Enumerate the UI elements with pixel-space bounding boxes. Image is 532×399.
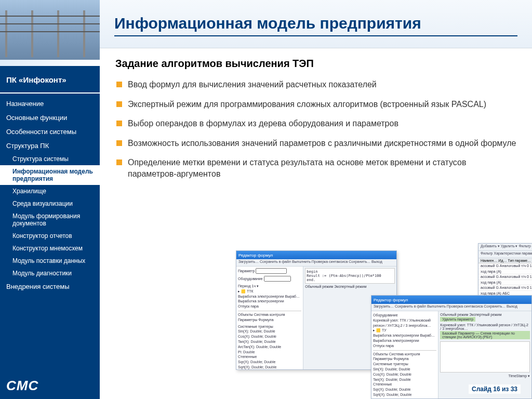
shot-filter: Фильтр Характеристики параме… (478, 251, 532, 258)
nav-subitem-active[interactable]: Информационная модель предприятия (0, 165, 100, 185)
product-title: ПК «Инфоконт» (0, 66, 100, 92)
content: Задание алгоритмов вычисления ТЭП Ввод ф… (100, 48, 532, 188)
page-title: Информационная модель предприятия (114, 15, 517, 32)
nav-item[interactable]: Внедрения системы (0, 280, 100, 294)
table-row: ассовый G Аналоговый т/ч 0 100 2 нитка К… (478, 274, 532, 280)
shot-panel: begin Result := (Ptm-Abs(Pnmcp))/Ptm*100… (303, 267, 396, 369)
shot-titlebar: Редактор формул (236, 251, 396, 259)
table-row: ход пара (A) (478, 280, 532, 285)
title-bar: Информационная модель предприятия (100, 0, 532, 48)
nav-subitem[interactable]: Модуль диагностики (0, 267, 100, 280)
table-header: Наимен… Ид… Тип параме… Ед… Мин… Макс… О… (478, 258, 532, 263)
nav-item[interactable]: Основные функции (0, 111, 100, 125)
table-row: ассовый G Аналоговый т/ч 0 100 Перегреты… (478, 296, 532, 301)
nav-item[interactable]: Структура ПК (0, 139, 100, 153)
nav-item[interactable]: Назначение (0, 97, 100, 111)
nav-subitem[interactable]: Среда визуализации (0, 197, 100, 210)
shot-toolbar: Загрузить… Сохранить в файл Выполнить Пр… (236, 259, 396, 267)
nav-subitem[interactable]: Хранилище (0, 185, 100, 197)
shot-title: Редактор формул (374, 298, 408, 302)
sidebar-photo (0, 0, 100, 60)
logo: СМС (6, 378, 94, 394)
shot-title: Редактор формул (238, 253, 273, 258)
nav-subitem[interactable]: Модуль формирования документов (0, 210, 100, 230)
nav: Назначение Основные функции Особенности … (0, 97, 100, 294)
table-row: ход пара (A) АБС (478, 291, 532, 296)
equip-input (264, 276, 291, 282)
bullet: Ввод формул для вычисления значений расч… (115, 79, 516, 90)
shot-tree: Оборудование Корневой узел: ТТК / Ульяно… (371, 311, 438, 398)
screenshot-formula-editor-2: Редактор формул Загрузить… Сохранить в ф… (371, 295, 532, 399)
table-row: ассовый G Аналоговый т/ч 0 100 1 нитка К… (478, 263, 532, 269)
table-row: ход пара (A) (478, 269, 532, 274)
nav-subitem[interactable]: Структура системы (0, 153, 100, 165)
slide: ПК «Инфоконт» Назначение Основные функци… (0, 0, 532, 399)
subtitle: Задание алгоритмов вычисления ТЭП (115, 58, 516, 70)
bullet: Выбор операндов в формулах из дерева обо… (115, 118, 516, 129)
bullet: Экспертный режим для программирования сл… (115, 99, 516, 110)
nav-subitem[interactable]: Конструктор мнемосхем (0, 242, 100, 255)
nav-divider (0, 92, 100, 94)
param-input (256, 268, 287, 274)
bullet: Возможность использования значений парам… (115, 138, 516, 149)
table-row: ассовый G Аналоговый т/ч 0 100 Перегреты… (478, 285, 532, 291)
base-param: Базовый Параметр — Схема генерации по ст… (440, 331, 530, 339)
nav-item[interactable]: Особенности системы (0, 125, 100, 139)
bullet-list: Ввод формул для вычисления значений расч… (115, 79, 516, 180)
screenshot-cluster: Добавить ▾ Удалить ▾ Фильтр Применить Сб… (200, 243, 532, 383)
main: Информационная модель предприятия Задани… (100, 0, 532, 399)
delete-param-btn: Удалить параметр (440, 317, 475, 322)
shot-titlebar: Редактор формул (371, 296, 531, 304)
screenshot-formula-editor: Редактор формул Загрузить… Сохранить в ф… (236, 250, 397, 370)
slide-counter: Слайд 16 из 33 (469, 384, 521, 394)
logo-wrap: СМС (0, 370, 100, 399)
shot-toolbar: Добавить ▾ Удалить ▾ Фильтр Применить Сб… (478, 244, 532, 251)
nav-subitem[interactable]: Конструктор отчетов (0, 230, 100, 242)
screenshot-table: Добавить ▾ Удалить ▾ Фильтр Применить Сб… (478, 243, 532, 337)
shot-tree: Параметр Оборудование Период 1ч ▾ ▸ 🟨 ТТ… (236, 267, 303, 369)
shot-toolbar: Загрузить… Сохранить в файл Выполнить Пр… (371, 304, 531, 311)
bullet: Определение метки времени и статуса резу… (115, 157, 516, 179)
title-rule (114, 35, 517, 36)
sidebar: ПК «Инфоконт» Назначение Основные функци… (0, 0, 100, 399)
sidebar-accent (0, 60, 100, 66)
nav-subitem[interactable]: Модуль поставки данных (0, 255, 100, 267)
